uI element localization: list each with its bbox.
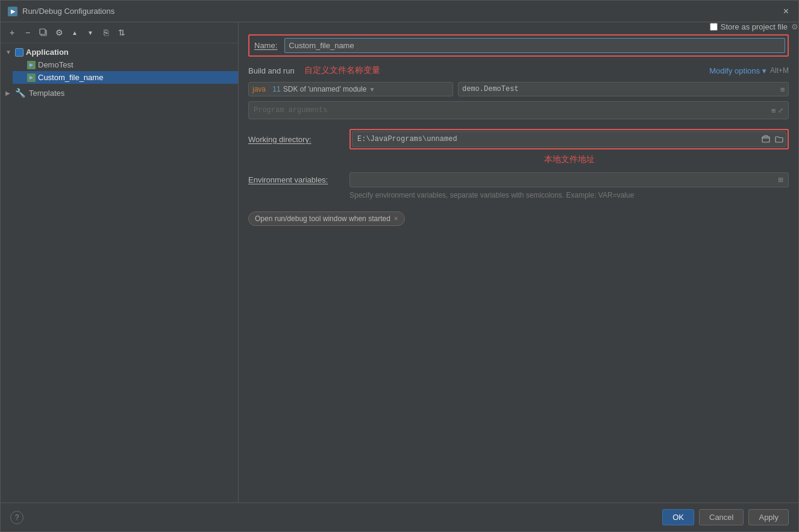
modify-options-area: Modify options ▾ Alt+M (709, 66, 789, 75)
working-dir-folder-icon[interactable] (772, 133, 786, 146)
apply-button[interactable]: Apply (748, 509, 789, 525)
env-label: Environment variables: (248, 175, 345, 184)
build-run-header: Build and run 自定义文件名称变量 Modify options ▾… (248, 65, 789, 76)
sdk-dropdown-arrow: ▼ (369, 86, 375, 93)
dialog-icon: ▶ (8, 7, 17, 16)
sidebar-item-demotest[interactable]: ▶ DemoTest (13, 58, 238, 71)
cancel-button[interactable]: Cancel (699, 509, 744, 525)
env-input[interactable]: ⊞ (349, 172, 789, 187)
ok-button[interactable]: OK (662, 509, 694, 525)
sidebar-toolbar: + − ⚙ ▲ ▼ ⎘ ⇅ (1, 22, 238, 43)
chip-label: Open run/debug tool window when started (255, 214, 390, 223)
class-input[interactable]: demo.DemoTest ⊞ (458, 82, 789, 96)
templates-icon: 🔧 (15, 88, 25, 98)
action-buttons: OK Cancel Apply (662, 509, 789, 525)
svg-marker-2 (30, 63, 33, 67)
content-area: + − ⚙ ▲ ▼ ⎘ ⇅ ▼ Application (1, 22, 798, 502)
dialog-title: Run/Debug Configurations (22, 7, 114, 16)
settings-button[interactable]: ⚙ (52, 26, 66, 39)
working-dir-input[interactable] (352, 132, 759, 146)
sidebar-item-application[interactable]: ▼ Application (1, 46, 238, 58)
program-args-placeholder: Program arguments (254, 106, 327, 114)
demotest-icon (27, 61, 36, 69)
bottom-bar: ? OK Cancel Apply (1, 502, 798, 531)
sdk-version: 11 (272, 85, 280, 93)
templates-arrow: ▶ (5, 90, 13, 96)
env-row: Environment variables: ⊞ (248, 172, 789, 187)
custom-file-name-label: Custom_file_name (38, 73, 103, 82)
working-dir-section: Working directory: (248, 129, 789, 170)
program-args-icons: ⊞ ⤢ (771, 107, 783, 114)
expand-icon: ⊞ (780, 86, 785, 93)
store-as-project-label[interactable]: Store as project file (710, 22, 788, 31)
name-row: Name: (248, 34, 789, 57)
name-input[interactable] (284, 38, 785, 53)
sidebar-item-templates[interactable]: ▶ 🔧 Templates (1, 86, 238, 99)
working-dir-file-icon[interactable] (759, 133, 772, 146)
application-icon (15, 48, 24, 57)
env-expand-icon[interactable]: ⊞ (778, 176, 783, 184)
program-args-fullscreen-icon[interactable]: ⤢ (778, 107, 783, 114)
list-item: Open run/debug tool window when started … (248, 211, 405, 226)
sdk-text: SDK of 'unnamed' module (283, 85, 367, 93)
sidebar-tree: ▼ Application ▶ DemoTest ▶ (1, 43, 238, 502)
working-dir-wrapper (349, 129, 789, 149)
copy-button[interactable] (37, 26, 50, 39)
annotation-custom-filename: 自定义文件名称变量 (304, 65, 380, 76)
sdk-row: java 11 SDK of 'unnamed' module ▼ demo.D… (248, 82, 789, 96)
title-bar-left: ▶ Run/Debug Configurations (8, 7, 114, 16)
sdk-dropdown[interactable]: java 11 SDK of 'unnamed' module ▼ (248, 82, 453, 96)
program-args-field[interactable]: Program arguments ⊞ ⤢ (248, 101, 789, 119)
sidebar-item-custom-file-name[interactable]: ▶ Custom_file_name (13, 71, 238, 84)
store-as-project-checkbox[interactable] (710, 23, 718, 31)
working-dir-inner (352, 131, 786, 147)
modify-shortcut-label: Alt+M (770, 66, 789, 75)
custom-icon (27, 74, 36, 82)
working-dir-annotation: 本地文件地址 (349, 154, 789, 165)
title-bar: ▶ Run/Debug Configurations × (1, 1, 798, 22)
demotest-label: DemoTest (38, 60, 74, 69)
share-button[interactable]: ⎘ (99, 26, 113, 39)
svg-rect-4 (762, 137, 769, 142)
build-run-title: Build and run (248, 66, 295, 75)
move-up-button[interactable]: ▲ (68, 26, 81, 39)
modify-options-link[interactable]: Modify options ▾ (709, 66, 766, 75)
sdk-keyword: java (252, 85, 266, 93)
templates-label: Templates (29, 89, 64, 98)
program-args-expand-icon[interactable]: ⊞ (771, 107, 776, 114)
svg-marker-3 (30, 76, 33, 80)
remove-button[interactable]: − (21, 26, 34, 39)
name-label: Name: (252, 41, 280, 50)
help-button[interactable]: ? (10, 511, 24, 524)
chip-close-button[interactable]: × (394, 214, 398, 223)
store-gear-icon[interactable]: ⚙ (791, 22, 798, 31)
application-arrow: ▼ (5, 49, 13, 55)
env-hint: Specify environment variables, separate … (349, 191, 789, 199)
build-run-left: Build and run 自定义文件名称变量 (248, 65, 380, 76)
close-button[interactable]: × (781, 7, 791, 16)
working-dir-annotation-area: 本地文件地址 (349, 154, 789, 165)
chips-area: Open run/debug tool window when started … (248, 211, 789, 226)
working-dir-row: Working directory: (248, 129, 789, 149)
sort-button[interactable]: ⇅ (115, 26, 128, 39)
main-panel: Store as project file ⚙ Name: Build and … (239, 22, 798, 502)
add-button[interactable]: + (5, 26, 19, 39)
application-label: Application (26, 48, 69, 57)
sidebar: + − ⚙ ▲ ▼ ⎘ ⇅ ▼ Application (1, 22, 239, 502)
run-debug-dialog: ▶ Run/Debug Configurations × + − ⚙ ▲ ▼ ⎘… (0, 0, 799, 532)
working-dir-label: Working directory: (248, 135, 345, 144)
store-as-project-area: Store as project file ⚙ (710, 22, 798, 31)
svg-rect-1 (40, 29, 45, 34)
application-children: ▶ DemoTest ▶ Custom_file_name (1, 58, 238, 84)
class-value: demo.DemoTest (462, 85, 519, 93)
move-down-button[interactable]: ▼ (84, 26, 97, 39)
